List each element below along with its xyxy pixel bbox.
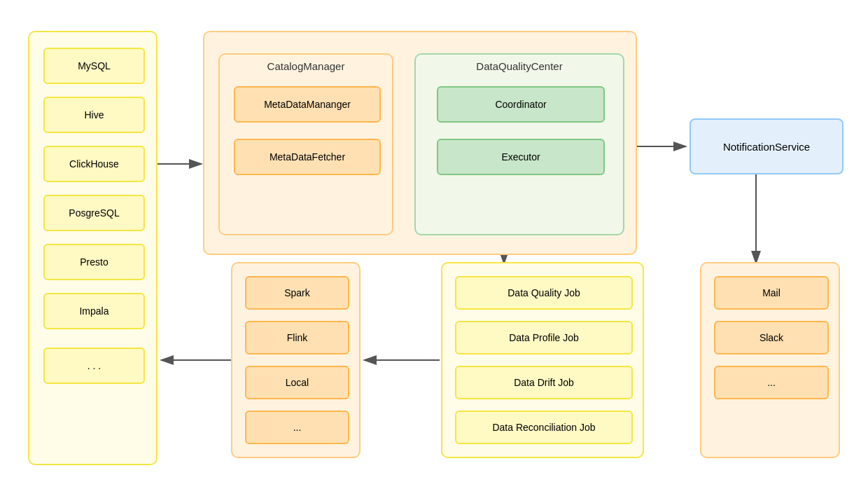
datasource-impala: Impala [43,293,145,329]
job-data-drift: Data Drift Job [455,366,633,399]
datasource-presto: Presto [43,244,145,280]
notification-service-box: NotificationService [690,118,844,174]
datasource-postgresql: PosgreSQL [43,195,145,231]
engine-local: Local [245,366,349,399]
architecture-diagram: MySQL Hive ClickHouse PosgreSQL Presto I… [14,10,854,472]
executor: Executor [437,139,605,175]
channel-mail: Mail [714,276,829,310]
datasources-container: MySQL Hive ClickHouse PosgreSQL Presto I… [28,31,158,465]
data-quality-center-label: DataQualityCenter [476,60,562,72]
channel-more: ... [714,366,829,399]
datasource-more: . . . [43,347,145,384]
execution-engines-container: Spark Flink Local ... [231,262,360,458]
coordinator: Coordinator [437,86,605,123]
datasource-hive: Hive [43,97,145,133]
catalog-manager-container: CatalogManager MetaDataMananger MetaData… [218,53,393,235]
channel-slack: Slack [714,321,829,354]
job-data-profile: Data Profile Job [455,321,633,354]
engine-more: ... [245,411,349,444]
engine-spark: Spark [245,276,349,310]
metadata-manager: MetaDataMananger [234,86,381,123]
job-data-quality: Data Quality Job [455,276,633,310]
datasource-mysql: MySQL [43,48,145,84]
main-container: CatalogManager MetaDataMananger MetaData… [203,31,637,255]
datasource-clickhouse: ClickHouse [43,146,145,182]
metadata-fetcher: MetaDataFetcher [234,139,381,175]
catalog-manager-label: CatalogManager [267,60,345,72]
engine-flink: Flink [245,321,349,354]
notification-channels-container: Mail Slack ... [700,262,840,458]
job-data-reconciliation: Data Reconciliation Job [455,411,633,444]
job-types-container: Data Quality Job Data Profile Job Data D… [441,262,644,458]
data-quality-center-container: DataQualityCenter Coordinator Executor [414,53,624,235]
